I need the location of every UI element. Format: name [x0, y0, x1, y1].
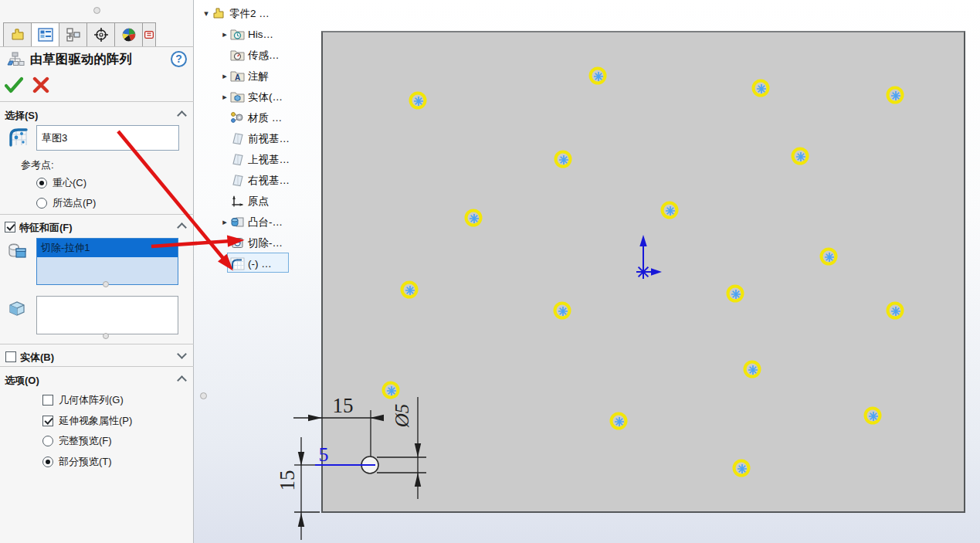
checkbox-icon[interactable]: [42, 395, 53, 406]
pattern-point[interactable]: [744, 361, 761, 378]
solidworks-window: ▾零件2 …▸His…传感…▸A注解▸实体(…材质 …前视基…上视基…右视基…原…: [0, 0, 980, 543]
section-selection[interactable]: 选择(S): [0, 107, 193, 124]
tree-item-annotations-folder[interactable]: ▸A注解: [219, 66, 269, 87]
cut-extrude-icon: [230, 236, 246, 250]
pattern-point[interactable]: [752, 80, 770, 97]
property-manager-icon: [37, 27, 54, 42]
option-partial-preview[interactable]: 部分预览(T): [42, 455, 112, 469]
pattern-point[interactable]: [401, 281, 419, 299]
features-icon: [6, 241, 28, 261]
tree-item-sensors-folder[interactable]: 传感…: [219, 45, 280, 66]
tree-item-cut-extrude[interactable]: 切除-…: [219, 232, 283, 253]
tabbar-divider: [0, 46, 194, 47]
partial-preview-label: 部分预览(T): [59, 455, 112, 469]
tree-item-part[interactable]: ▾零件2 …: [201, 3, 270, 24]
tree-expander[interactable]: ▸: [219, 29, 230, 39]
chevron-up-icon[interactable]: [177, 222, 187, 232]
section-bodies-label: 实体(B): [20, 351, 54, 365]
tab-dimxpert-manager[interactable]: [86, 22, 114, 47]
radio-icon[interactable]: [36, 178, 47, 188]
property-manager-header: 由草图驱动的阵列 ?: [6, 49, 188, 70]
tree-expander[interactable]: ▾: [201, 8, 212, 19]
pattern-point[interactable]: [864, 407, 882, 425]
tree-item-solid-bodies-folder[interactable]: ▸实体(…: [219, 87, 283, 107]
tree-item-material[interactable]: 材质 …: [219, 107, 282, 128]
tree-item-history-folder[interactable]: ▸His…: [219, 24, 273, 45]
ok-check-icon[interactable]: [5, 76, 23, 93]
option-full-preview[interactable]: 完整预览(F): [42, 434, 112, 448]
pattern-star-icon: [821, 249, 839, 266]
pattern-point[interactable]: [887, 87, 904, 104]
listbox-resize-handle[interactable]: [103, 333, 109, 339]
tree-item-sketch[interactable]: (-) …: [219, 253, 272, 274]
section-selection-label: 选择(S): [5, 109, 38, 123]
dimension-height-15[interactable]: [294, 437, 320, 540]
viewport-splitter-handle[interactable]: [200, 392, 207, 399]
tree-item-plane[interactable]: 前视基…: [219, 128, 290, 149]
section-bodies[interactable]: 实体(B): [0, 349, 193, 366]
panel-splitter-handle[interactable]: [93, 7, 100, 14]
pattern-point[interactable]: [554, 302, 571, 320]
features-listbox[interactable]: 切除-拉伸1: [36, 238, 178, 285]
tree-expander[interactable]: ▸: [219, 92, 230, 102]
configuration-manager-icon: [65, 27, 82, 42]
pattern-point[interactable]: [792, 148, 809, 165]
pattern-star-icon: [402, 282, 419, 300]
sketch-icon: [230, 257, 246, 271]
feature-list-item-selected[interactable]: 切除-拉伸1: [37, 239, 178, 257]
pattern-point[interactable]: [409, 92, 427, 110]
radio-centroid[interactable]: 重心(C): [36, 176, 86, 190]
tree-item-plane[interactable]: 上视基…: [219, 149, 290, 170]
help-icon[interactable]: ?: [171, 51, 187, 67]
tab-partial[interactable]: [142, 22, 156, 47]
tree-item-plane[interactable]: 右视基…: [219, 170, 290, 191]
pattern-point[interactable]: [610, 412, 628, 430]
tab-display-manager[interactable]: [114, 22, 142, 47]
pattern-point[interactable]: [727, 285, 744, 303]
dim-arrowhead: [298, 452, 304, 466]
option-geometry-pattern[interactable]: 几何体阵列(G): [42, 393, 124, 407]
tree-expander[interactable]: ▸: [219, 217, 230, 227]
chevron-up-icon[interactable]: [177, 110, 187, 120]
dim-text-height[interactable]: 15: [276, 470, 299, 491]
cancel-x-icon[interactable]: [32, 76, 49, 93]
pattern-star-icon: [410, 93, 428, 110]
pattern-sketch-input[interactable]: [36, 125, 179, 151]
features-checkbox[interactable]: [5, 222, 15, 232]
tab-feature-manager[interactable]: [3, 22, 31, 47]
tree-item-origin[interactable]: 原点: [219, 191, 269, 212]
tree-item-label: 零件2 …: [229, 7, 270, 21]
checkbox-icon[interactable]: [42, 416, 53, 426]
option-propagate-visual[interactable]: 延伸视象属性(P): [42, 414, 132, 428]
radio-selected-point[interactable]: 所选点(P): [36, 196, 96, 210]
section-features-faces[interactable]: 特征和面(F): [0, 219, 193, 236]
radio-icon[interactable]: [42, 456, 53, 467]
tree-item-label: 凸台-…: [248, 216, 283, 229]
radio-icon[interactable]: [42, 436, 53, 446]
faces-listbox[interactable]: [36, 296, 178, 334]
pattern-point[interactable]: [382, 382, 400, 399]
bodies-checkbox[interactable]: [5, 351, 16, 362]
pattern-point[interactable]: [887, 302, 904, 320]
pattern-point[interactable]: [465, 209, 483, 227]
section-options[interactable]: 选项(O): [0, 372, 193, 389]
tree-item-boss-extrude[interactable]: ▸凸台-…: [219, 212, 283, 232]
pattern-point[interactable]: [820, 248, 838, 266]
radio-icon[interactable]: [36, 198, 47, 209]
pattern-star-icon: [792, 148, 810, 166]
pattern-point[interactable]: [554, 151, 572, 168]
pattern-point[interactable]: [589, 67, 607, 85]
pattern-point[interactable]: [733, 460, 751, 477]
tab-configuration-manager[interactable]: [59, 22, 86, 47]
section-features-label: 特征和面(F): [19, 221, 73, 235]
tree-expander[interactable]: ▸: [219, 71, 230, 81]
listbox-resize-handle[interactable]: [103, 281, 109, 287]
chevron-down-icon[interactable]: [177, 349, 187, 359]
chevron-up-icon[interactable]: [177, 375, 187, 385]
pattern-point[interactable]: [661, 202, 679, 219]
tree-item-label: 上视基…: [248, 153, 290, 167]
propagate-visual-label: 延伸视象属性(P): [59, 414, 132, 428]
radio-selected-point-label: 所选点(P): [53, 196, 96, 210]
pattern-star-icon: [555, 151, 573, 169]
tab-property-manager[interactable]: [31, 22, 59, 47]
